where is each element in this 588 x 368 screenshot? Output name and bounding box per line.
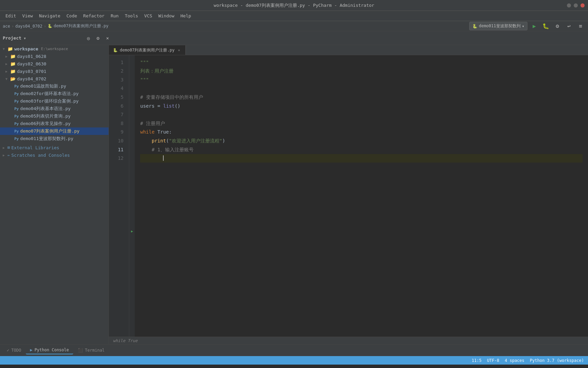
file-demo04-label: demo04列表基本语法.py [20,106,70,112]
editor-tab-demo07[interactable]: 🐍 demo07列表案例用户注册.py × [109,45,186,55]
sidebar-scratches[interactable]: ▶ ✏ Scratches and Consoles [0,151,109,159]
file-demo02-label: demo02for循环基本语法.py [20,91,79,97]
code-line-3: """ [140,75,583,84]
line-num-10: 10 [109,136,126,145]
line-num-8: 8 [109,119,126,128]
main-content: ▼ 📁 workspace E:\workspace ▶ 📁 days01_06… [0,45,588,344]
code-editor[interactable]: 1 2 3 4 5 6 7 8 9 10 11 12 ▶ [109,55,588,337]
code-line-6: users = list() [140,102,583,110]
profile-button[interactable]: ↩ [564,21,574,31]
line-num-7: 7 [109,110,126,119]
code-line-12 [140,154,583,163]
menu-refactor[interactable]: Refactor [81,12,108,19]
collapse-icon[interactable]: × [103,34,112,42]
status-bar-right: 11:5 UTF-8 4 spaces Python 3.7 (workspac… [472,358,584,363]
project-label: Project [3,35,21,41]
menu-bar: Edit View Navigate Code Refactor Run Too… [0,11,588,21]
line-num-2: 2 [109,67,126,76]
project-sidebar: ▼ 📁 workspace E:\workspace ▶ 📁 days01_06… [0,45,109,344]
window-title: workspace - demo07列表案例用户注册.py - PyCharm … [214,2,374,9]
tab-close-btn[interactable]: × [177,48,181,52]
sidebar-file-demo06[interactable]: Py demo06列表常见操作.py [0,120,109,127]
sidebar-file-demo011[interactable]: Py demo011斐波那契数列.py [0,135,109,142]
project-dropdown-icon[interactable]: ▾ [23,35,26,41]
menu-navigate[interactable]: Navigate [36,12,63,19]
tab-file-icon: 🐍 [113,48,118,52]
sidebar-item-days01[interactable]: ▶ 📁 days01_0628 [0,52,109,60]
workspace-path: E:\workspace [41,47,68,51]
line-num-4: 4 [109,84,126,93]
breadcrumb-root[interactable]: ace [3,24,10,29]
run-button[interactable]: ▶ [529,21,539,31]
indent-setting[interactable]: 4 spaces [505,358,524,363]
todo-icon: ✓ [7,348,9,353]
menu-code[interactable]: Code [64,12,80,19]
code-line-1: """ [140,58,583,67]
terminal-icon: ⬛ [78,348,83,353]
gear-icon[interactable]: ⚙ [94,34,102,42]
code-line-2: 列表：用户注册 [140,67,583,76]
tab-terminal[interactable]: ⬛ Terminal [74,347,109,354]
sidebar-item-days02[interactable]: ▶ 📁 days02_0630 [0,60,109,67]
run-config-selector[interactable]: 🐍 demo011斐波那契数列 ▾ [469,22,527,30]
minimize-btn[interactable] [567,3,571,7]
title-bar: workspace - demo07列表案例用户注册.py - PyCharm … [0,0,588,11]
file-demo06-label: demo06列表常见操作.py [20,121,70,127]
sidebar-item-days04[interactable]: ▼ 📂 days04_0702 [0,75,109,82]
code-line-10: print("欢迎进入用户注册流程") [140,136,583,145]
python-file-icon: 🐍 [48,24,52,28]
menu-help[interactable]: Help [178,12,194,19]
context-hint: while True [113,338,137,343]
code-line-11: # 1、输入注册账号 [140,145,583,154]
menu-edit[interactable]: Edit [3,12,19,19]
menu-view[interactable]: View [19,12,35,19]
menu-window[interactable]: Window [156,12,177,19]
coverage-button[interactable]: ⚙ [553,21,562,31]
settings-icon[interactable]: ◎ [84,34,93,42]
workspace-label: workspace [14,46,38,51]
maximize-btn[interactable] [574,3,578,7]
terminal-label: Terminal [85,348,105,353]
code-content[interactable]: """ 列表：用户注册 """ # 变量存储项目中的所有用户 users = l… [135,55,588,337]
menu-tools[interactable]: Tools [122,12,141,19]
line-num-12: 12 [109,154,126,163]
more-actions-button[interactable]: ≡ [576,21,585,31]
sidebar-file-demo03[interactable]: Py demo03for循环综合案例.py [0,97,109,105]
editor-tab-bar: 🐍 demo07列表案例用户注册.py × [109,45,588,55]
line-num-1: 1 [109,58,126,67]
editor-area: 🐍 demo07列表案例用户注册.py × 1 2 3 4 5 6 7 8 9 … [109,45,588,344]
sidebar-file-demo02[interactable]: Py demo02for循环基本语法.py [0,90,109,97]
sidebar-file-demo05[interactable]: Py demo05列表切片查询.py [0,112,109,120]
toolbar: Project ▾ ◎ ⚙ × [0,31,588,45]
tab-python-console[interactable]: ▶ Python Console [26,346,73,354]
menu-vcs[interactable]: VCS [142,12,155,19]
encoding[interactable]: UTF-8 [487,358,499,363]
close-btn[interactable] [581,3,585,7]
editor-status-bar: while True [109,337,588,344]
python-version[interactable]: Python 3.7 (workspace) [530,358,584,363]
menu-run[interactable]: Run [108,12,121,19]
line-num-9: 9 [109,128,126,137]
breadcrumb-folder[interactable]: days04_0702 [15,24,42,29]
sidebar-file-demo01[interactable]: Py demo01温故而知新.py [0,82,109,90]
code-line-13 [140,163,583,171]
file-demo03-label: demo03for循环综合案例.py [20,98,79,104]
run-config-icon: 🐍 [472,24,477,29]
debug-button[interactable]: 🐛 [541,21,551,31]
sidebar-file-demo07[interactable]: Py demo07列表案例用户注册.py [0,127,109,135]
toolbar-left: Project ▾ ◎ ⚙ × [3,34,112,42]
sidebar-item-days03[interactable]: ▶ 📁 days03_0701 [0,67,109,75]
tab-todo[interactable]: ✓ TODO [3,347,25,354]
cursor-position[interactable]: 11:5 [472,358,481,363]
sidebar-external-libraries[interactable]: ▶ ⊞ External Libraries [0,144,109,151]
text-cursor [163,155,164,161]
line-num-6: 6 [109,102,126,110]
window-controls [567,3,585,7]
workspace-root[interactable]: ▼ 📁 workspace E:\workspace [0,45,109,52]
folder-days02-label: days02_0630 [17,61,46,66]
sidebar-file-demo04[interactable]: Py demo04列表基本语法.py [0,105,109,112]
folder-days03-label: days03_0701 [17,69,46,74]
run-gutter: ▶ [129,55,135,337]
breadcrumb-file[interactable]: 🐍 demo07列表案例用户注册.py [48,23,109,29]
python-console-icon: ▶ [30,348,32,352]
